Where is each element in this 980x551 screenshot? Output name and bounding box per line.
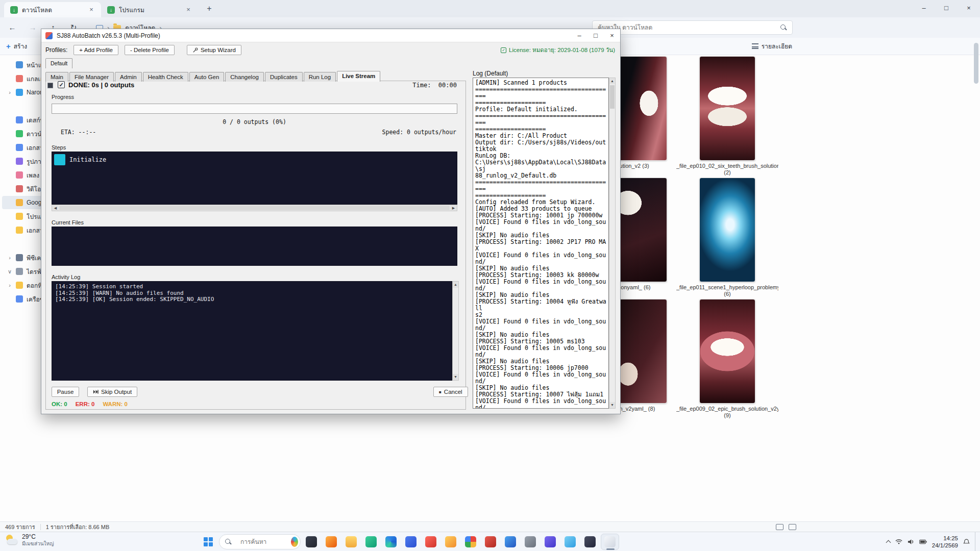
scroll-up-icon[interactable]: ▲ bbox=[609, 78, 615, 84]
add-profile-button[interactable]: + Add Profile bbox=[74, 45, 118, 55]
warn-counter: WARN: 0 bbox=[103, 401, 128, 407]
volume-icon[interactable] bbox=[908, 539, 914, 545]
cancel-button[interactable]: ■ Cancel bbox=[433, 387, 468, 397]
file-thumbnail[interactable] bbox=[699, 178, 755, 282]
taskbar-app-icon[interactable] bbox=[382, 534, 400, 550]
forward-button[interactable]: → bbox=[24, 19, 41, 36]
details-view-icon[interactable] bbox=[776, 524, 783, 530]
scroll-right-icon[interactable]: ▶ bbox=[450, 205, 457, 211]
sidebar-item-icon bbox=[16, 227, 23, 234]
pause-button[interactable]: Pause bbox=[52, 387, 79, 397]
file-tile[interactable]: _file_ep010_02_six_teeth_brush_solution_… bbox=[676, 56, 778, 177]
scroll-left-icon[interactable]: ◀ bbox=[52, 205, 59, 211]
minimize-button[interactable]: – bbox=[913, 0, 935, 17]
app-tab[interactable]: Health Check bbox=[143, 72, 188, 82]
taskbar-app-icon[interactable] bbox=[342, 534, 360, 550]
weather-widget[interactable]: 29°C มีเมฆส่วนใหญ่ bbox=[5, 534, 54, 546]
divider bbox=[40, 524, 41, 530]
taskbar-app-icon[interactable] bbox=[302, 534, 321, 550]
search-input[interactable] bbox=[593, 24, 780, 31]
autobatch-title-bar[interactable]: SJ88 AutoBatch v26.5.3 (Multi-Profile) –… bbox=[41, 29, 620, 42]
explorer-scrollbar[interactable] bbox=[974, 21, 978, 546]
taskbar-app-icon[interactable] bbox=[461, 534, 480, 550]
app-tab[interactable]: Main bbox=[45, 72, 68, 82]
profile-tab-default[interactable]: Default bbox=[45, 58, 72, 68]
taskbar-app-icon[interactable] bbox=[362, 534, 380, 550]
maximize-button[interactable]: □ bbox=[587, 29, 604, 42]
show-desktop-button[interactable] bbox=[975, 532, 977, 551]
file-tile[interactable]: _file_ep009_02_epic_brush_solution_v2yam… bbox=[676, 299, 778, 419]
close-button[interactable]: × bbox=[604, 29, 620, 42]
log-scrollbar[interactable]: ▲ ▼ bbox=[609, 78, 616, 409]
taskbar-app-icon[interactable] bbox=[402, 534, 420, 550]
chevron-icon[interactable]: ∨ bbox=[7, 268, 12, 275]
app-tab[interactable]: Changelog bbox=[225, 72, 264, 82]
chevron-icon[interactable]: › bbox=[7, 282, 12, 288]
close-button[interactable]: × bbox=[958, 0, 980, 17]
hidden-icons-chevron-icon[interactable] bbox=[886, 540, 891, 545]
new-button[interactable]: + สร้าง bbox=[6, 41, 27, 51]
taskbar-center bbox=[199, 534, 619, 550]
done-checkbox-icon[interactable]: ✓ bbox=[58, 81, 65, 88]
wifi-icon[interactable] bbox=[895, 539, 902, 545]
skip-output-button[interactable]: Skip Output bbox=[87, 387, 137, 397]
maximize-button[interactable]: □ bbox=[935, 0, 958, 17]
sidebar-item-icon bbox=[16, 130, 23, 137]
file-thumbnail[interactable] bbox=[699, 299, 755, 404]
taskbar-app-icon[interactable] bbox=[422, 534, 440, 550]
explorer-search-box[interactable] bbox=[592, 20, 793, 35]
explorer-tab[interactable]: ↓ ดาวน์โหลด × bbox=[4, 2, 101, 17]
steps-horizontal-scrollbar[interactable]: ◀ ▶ bbox=[52, 205, 457, 211]
activity-log-scrollbar[interactable]: ▲ ▼ bbox=[452, 281, 459, 381]
delete-profile-button[interactable]: - Delete Profile bbox=[125, 45, 175, 55]
explorer-tab[interactable]: ↓ โปรแกรม × bbox=[101, 2, 198, 17]
scrollbar-thumb[interactable] bbox=[610, 85, 615, 109]
app-tab[interactable]: Admin bbox=[115, 72, 142, 82]
taskbar-search-input[interactable] bbox=[240, 538, 287, 545]
notification-bell-icon[interactable] bbox=[963, 539, 970, 545]
thumbnail-view-icon[interactable] bbox=[789, 524, 796, 530]
taskbar-app-icon[interactable] bbox=[481, 534, 500, 550]
chevron-icon[interactable]: › bbox=[7, 255, 12, 261]
search-highlights-icon[interactable] bbox=[291, 537, 298, 547]
sidebar-item-icon bbox=[16, 75, 23, 82]
scrollbar-thumb[interactable] bbox=[59, 206, 450, 210]
stop-indicator-icon[interactable] bbox=[47, 83, 53, 88]
file-thumbnail[interactable] bbox=[699, 56, 755, 161]
tab-close-icon[interactable]: × bbox=[87, 5, 96, 14]
app-tab[interactable]: Auto Gen bbox=[189, 72, 225, 82]
taskbar-app-icon[interactable] bbox=[322, 534, 340, 550]
taskbar-app-icon[interactable] bbox=[442, 534, 460, 550]
tab-close-icon[interactable]: × bbox=[184, 5, 193, 14]
sidebar-item-icon bbox=[16, 116, 23, 123]
scrollbar-thumb[interactable] bbox=[974, 43, 978, 84]
clock[interactable]: 14:25 24/1/2569 bbox=[932, 535, 958, 549]
app-tab[interactable]: Duplicates bbox=[265, 72, 303, 82]
scroll-up-icon[interactable]: ▲ bbox=[453, 282, 458, 288]
file-tile[interactable]: _file_ep011_scene1_hyperloop_problemyaml… bbox=[676, 178, 778, 298]
taskbar-app-icon[interactable] bbox=[601, 534, 619, 550]
start-button[interactable] bbox=[199, 534, 217, 550]
taskbar-app-icon[interactable] bbox=[541, 534, 559, 550]
app-tab[interactable]: Live Stream bbox=[337, 71, 380, 82]
log-text-area[interactable]: [ADMIN] Scanned 1 products==============… bbox=[473, 78, 609, 409]
new-tab-button[interactable]: + bbox=[202, 2, 216, 16]
back-button[interactable]: ← bbox=[4, 19, 20, 36]
minimize-button[interactable]: – bbox=[571, 29, 587, 42]
app-tab[interactable]: File Manager bbox=[69, 72, 114, 82]
taskbar-app-icon[interactable] bbox=[581, 534, 599, 550]
taskbar: 29°C มีเมฆส่วนใหญ่ bbox=[0, 532, 980, 551]
license-status: ✓ License: หมดอายุ: 2029-01-08 (1079 วัน… bbox=[501, 45, 615, 55]
taskbar-app-icon[interactable] bbox=[521, 534, 540, 550]
details-view-button[interactable]: รายละเอียด bbox=[752, 41, 792, 51]
scroll-down-icon[interactable]: ▼ bbox=[453, 374, 458, 380]
taskbar-app-icon[interactable] bbox=[501, 534, 520, 550]
chevron-icon[interactable]: › bbox=[7, 89, 12, 95]
taskbar-search[interactable] bbox=[219, 534, 301, 549]
battery-icon[interactable] bbox=[919, 539, 927, 544]
taskbar-app-icon[interactable] bbox=[561, 534, 579, 550]
setup-wizard-button[interactable]: Setup Wizard bbox=[187, 45, 241, 55]
scroll-down-icon[interactable]: ▼ bbox=[609, 402, 615, 408]
app-tab[interactable]: Run Log bbox=[304, 72, 336, 82]
step-item[interactable]: Initialize bbox=[52, 152, 457, 167]
